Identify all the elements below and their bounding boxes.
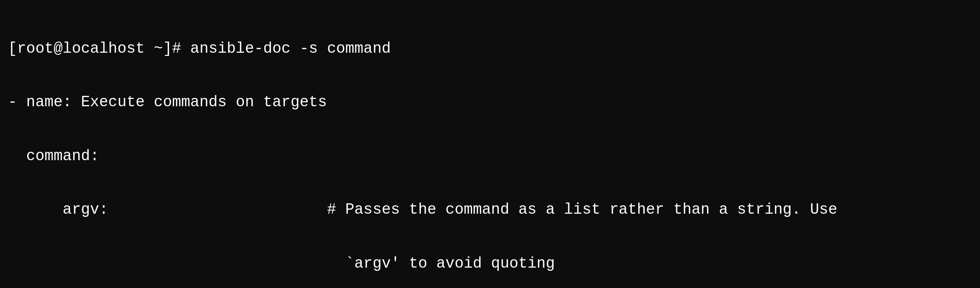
terminal-line-3: command:	[8, 147, 972, 165]
terminal-line-2: - name: Execute commands on targets	[8, 93, 972, 111]
terminal-line-4: argv: # Passes the command as a list rat…	[8, 201, 972, 219]
terminal-line-1: [root@localhost ~]# ansible-doc -s comma…	[8, 40, 972, 58]
terminal-window: [root@localhost ~]# ansible-doc -s comma…	[0, 0, 980, 288]
terminal-line-5: `argv' to avoid quoting	[8, 255, 972, 273]
